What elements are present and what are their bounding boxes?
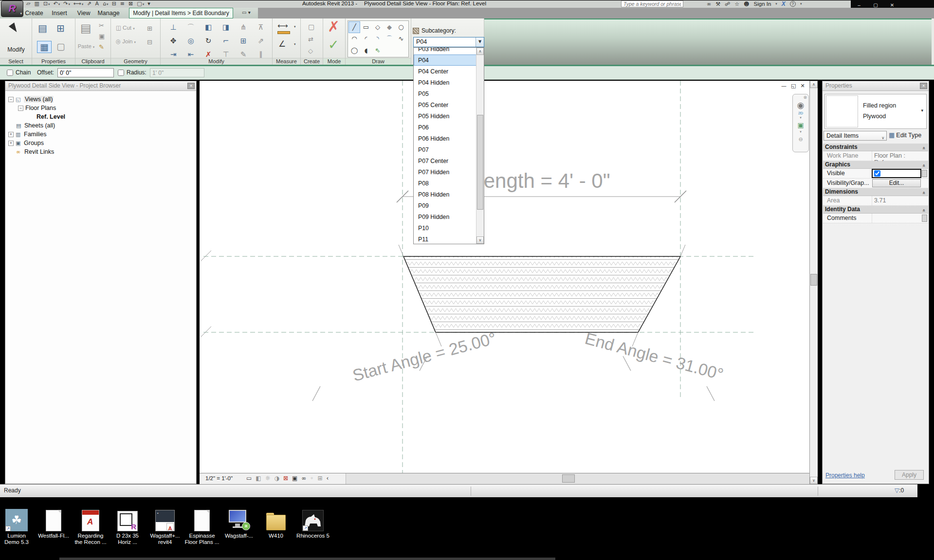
- pick-lines-icon[interactable]: ⇖: [372, 45, 384, 56]
- dropdown-item[interactable]: P11: [414, 234, 476, 244]
- create-assembly-icon[interactable]: ◇: [308, 48, 313, 54]
- visibility-edit-button[interactable]: Edit...: [872, 179, 921, 187]
- row-comments[interactable]: Comments: [823, 214, 928, 223]
- desktop-icon-wagstaff-cad[interactable]: ▪A Wagstaff+...revit4: [147, 507, 183, 545]
- dropdown-item[interactable]: P04: [414, 54, 476, 66]
- dropdown-item[interactable]: P09 Hidden: [414, 211, 476, 222]
- search-icon[interactable]: ∞: [707, 1, 711, 7]
- beam-joins-icon[interactable]: ⊟: [147, 39, 152, 45]
- section-graphics[interactable]: Graphics«: [823, 161, 928, 169]
- favorites-icon[interactable]: ☆: [734, 1, 739, 7]
- temporary-isolate-icon[interactable]: ◦: [310, 475, 313, 482]
- dropdown-item[interactable]: P08: [414, 178, 476, 189]
- tree-item-sheets[interactable]: ▤Sheets (all): [6, 121, 195, 130]
- crop-off-icon[interactable]: ⊠: [283, 475, 288, 482]
- rectangle-tool-icon[interactable]: ▭: [360, 21, 372, 33]
- section-identity-data[interactable]: Identity Data«: [823, 206, 928, 214]
- collapse-icon[interactable]: −: [18, 106, 23, 111]
- properties-help-link[interactable]: Properties help: [825, 472, 865, 479]
- tab-view[interactable]: View: [74, 8, 93, 18]
- copy-icon[interactable]: ▣: [99, 33, 105, 39]
- view-scale-label[interactable]: 1/2" = 1'-0": [205, 475, 233, 481]
- inscribed-polygon-icon[interactable]: ◇: [372, 21, 384, 33]
- thin-lines-icon[interactable]: ≡: [120, 0, 125, 8]
- chevron-down-icon[interactable]: ▾: [294, 25, 296, 29]
- rotate-icon[interactable]: ↻: [200, 34, 217, 48]
- view-close-icon[interactable]: ✕: [800, 83, 805, 89]
- copy-element-icon[interactable]: ◎: [182, 34, 200, 48]
- modify-tool-label[interactable]: Modify: [0, 47, 32, 53]
- properties-title[interactable]: Properties: [823, 81, 929, 91]
- chevron-down-icon[interactable]: ▾: [800, 2, 802, 6]
- view-minimize-icon[interactable]: —: [781, 83, 787, 89]
- mirror-draw-axis-icon[interactable]: ◨: [217, 20, 235, 34]
- circumscribed-polygon-icon[interactable]: ◆: [384, 21, 395, 33]
- apply-button[interactable]: Apply: [895, 470, 924, 480]
- desktop-icon-westfall[interactable]: Westfall-Fl...: [36, 507, 72, 539]
- dropdown-item[interactable]: P04 Center: [414, 66, 476, 77]
- desktop-icon-folder[interactable]: W410: [258, 507, 294, 539]
- panel-label-clipboard[interactable]: Clipboard: [75, 58, 110, 65]
- cut-geometry-button[interactable]: ◫ Cut ▾: [116, 25, 135, 31]
- chevron-down-icon[interactable]: ▾: [294, 43, 296, 46]
- join-geometry-button[interactable]: ◎ Join ▾: [116, 39, 136, 45]
- tree-item-families[interactable]: +▥Families: [6, 130, 195, 139]
- subcategory-combobox[interactable]: P04 ▼: [413, 37, 484, 47]
- arc-tangent-icon[interactable]: ◝: [372, 33, 384, 45]
- ribbon-display-toggle-icon[interactable]: ▭ ▾: [242, 10, 251, 15]
- paste-label[interactable]: Paste ▾: [76, 44, 96, 49]
- trim-corner-icon[interactable]: ⌐: [217, 34, 235, 48]
- cut-icon[interactable]: ✂: [99, 22, 104, 29]
- rendering-icon[interactable]: ◑: [274, 475, 279, 482]
- customize-qat-icon[interactable]: ▾: [147, 0, 151, 8]
- chevron-down-icon[interactable]: ▾: [793, 130, 808, 134]
- panel-label-properties[interactable]: Properties: [32, 58, 75, 65]
- arc-fillet-icon[interactable]: ⌒: [384, 33, 395, 45]
- paste-icon[interactable]: ▤: [80, 22, 92, 34]
- move-icon[interactable]: ✥: [165, 34, 182, 48]
- taskbar[interactable]: [59, 558, 555, 560]
- create-group-icon[interactable]: ▢: [308, 23, 314, 30]
- dropdown-item[interactable]: P09: [414, 200, 476, 211]
- scrollbar-thumb[interactable]: [477, 115, 483, 210]
- arc-start-end-icon[interactable]: ◠: [348, 33, 360, 45]
- application-menu-button[interactable]: R ▾: [1, 0, 23, 17]
- combo-dropdown-icon[interactable]: ▼: [476, 37, 484, 47]
- close-hidden-windows-icon[interactable]: ⊠: [128, 0, 133, 8]
- close-icon[interactable]: ✕: [187, 83, 195, 89]
- drawing-area[interactable]: Length = 4' - 0" Start Angle = 25.00° En…: [200, 81, 809, 484]
- panel-label-select[interactable]: Select: [0, 58, 32, 65]
- horizontal-scrollbar[interactable]: [346, 473, 809, 484]
- dropdown-item[interactable]: P10: [414, 222, 476, 234]
- steering-wheel-icon[interactable]: ◉: [793, 100, 808, 110]
- search-input[interactable]: [621, 0, 683, 7]
- chain-checkbox[interactable]: [7, 70, 13, 76]
- dropdown-item[interactable]: P07 Center: [414, 155, 476, 166]
- arc-center-ends-icon[interactable]: ◜: [360, 33, 372, 45]
- row-area[interactable]: Area3.71: [823, 196, 928, 206]
- scale-icon[interactable]: ⇗: [252, 34, 270, 48]
- scrollbar-thumb[interactable]: [562, 474, 575, 483]
- visible-checkbox[interactable]: [874, 170, 880, 177]
- wall-joins-icon[interactable]: ⊞: [147, 25, 152, 32]
- measure-icon[interactable]: ⟷▾: [73, 0, 83, 8]
- category-filter-combo[interactable]: Detail Items∨: [824, 131, 887, 141]
- tree-item-floor-plans[interactable]: −Floor Plans: [6, 104, 195, 112]
- collapse-section-icon[interactable]: «: [920, 146, 928, 150]
- panel-label-mode[interactable]: Mode: [323, 58, 345, 65]
- sign-in-button[interactable]: Sign In: [754, 1, 771, 7]
- scroll-up-icon[interactable]: ∧: [810, 81, 818, 88]
- text-note-icon[interactable]: A: [95, 0, 100, 8]
- tab-manage[interactable]: Manage: [95, 8, 122, 18]
- dropdown-item[interactable]: P05: [414, 88, 476, 99]
- align-icon[interactable]: ⊥: [165, 20, 182, 34]
- angle-dimension-icon[interactable]: ∠: [278, 40, 286, 48]
- expand-icon[interactable]: +: [8, 141, 14, 146]
- section-icon[interactable]: ⊟: [112, 0, 117, 8]
- redo-icon[interactable]: ↷▾: [63, 0, 70, 8]
- desktop-icon-remote-app[interactable]: ✕ Wagstaff-...: [221, 507, 257, 539]
- zoom-region-icon[interactable]: ▣: [793, 121, 808, 130]
- section-dimensions[interactable]: Dimensions«: [823, 188, 928, 196]
- split-element-icon[interactable]: ⋔: [235, 20, 252, 34]
- ellipse-icon[interactable]: ◯: [348, 45, 360, 56]
